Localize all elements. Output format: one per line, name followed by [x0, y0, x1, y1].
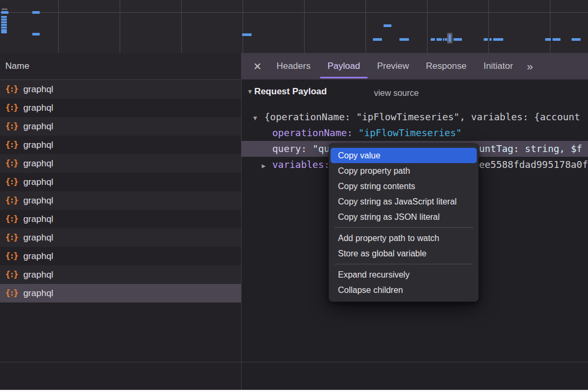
json-root-preview: {operationName: "ipFlowTimeseries", vari…	[264, 111, 580, 122]
context-menu-separator	[334, 227, 473, 228]
request-row-graphql[interactable]: {:}graphql	[0, 173, 241, 191]
json-string-value: "ipFlowTimeseries"	[359, 127, 462, 138]
collapse-triangle-icon[interactable]: ▼	[247, 88, 253, 95]
collapse-triangle-icon[interactable]: ▼	[253, 110, 261, 125]
context-menu-item-store-as-global-variable[interactable]: Store as global variable	[329, 246, 478, 261]
json-icon: {:}	[5, 270, 17, 279]
network-activity-bar	[453, 38, 462, 41]
network-activity-bar	[572, 38, 581, 41]
request-name: graphql	[23, 140, 54, 150]
request-row-graphql[interactable]: {:}graphql	[0, 247, 241, 265]
request-name: graphql	[23, 251, 54, 262]
overview-gridline	[550, 0, 550, 53]
page-background-edge	[0, 390, 588, 392]
network-activity-bar	[493, 38, 503, 41]
network-overview-timeline[interactable]	[0, 0, 588, 54]
json-icon: {:}	[5, 103, 17, 112]
tab-response[interactable]: Response	[417, 53, 475, 79]
request-list-panel: Name {:}graphql{:}graphql{:}graphql{:}gr…	[0, 53, 241, 392]
network-activity-bar	[484, 38, 488, 41]
network-activity-bar	[373, 38, 382, 41]
overview-gridline	[304, 0, 305, 53]
overview-selected-request-marker	[447, 33, 452, 43]
json-icon: {:}	[5, 252, 17, 260]
request-name: graphql	[23, 233, 54, 243]
request-name: graphql	[23, 103, 54, 113]
tab-payload[interactable]: Payload	[319, 53, 368, 79]
request-list: {:}graphql{:}graphql{:}graphql{:}graphql…	[0, 80, 241, 302]
network-activity-bar	[436, 38, 442, 41]
request-row-graphql[interactable]: {:}graphql	[0, 154, 241, 173]
network-activity-bar	[1, 31, 7, 33]
tab-headers[interactable]: Headers	[268, 53, 319, 79]
request-row-graphql[interactable]: {:}graphql	[0, 210, 241, 228]
context-menu-item-copy-value[interactable]: Copy value	[331, 148, 477, 163]
view-source-link[interactable]: view source	[374, 88, 418, 98]
context-menu-item-add-property-path-to-watch[interactable]: Add property path to watch	[329, 230, 478, 246]
json-key: query:	[272, 143, 307, 154]
tab-preview[interactable]: Preview	[369, 53, 417, 79]
overview-gridline	[366, 0, 366, 53]
json-row-operationname[interactable]: operationName: "ipFlowTimeseries"	[242, 125, 588, 141]
request-row-graphql[interactable]: {:}graphql	[0, 265, 241, 284]
context-menu-item-copy-string-contents[interactable]: Copy string contents	[329, 179, 478, 194]
status-bar-divider	[0, 362, 588, 362]
overview-gridline	[243, 0, 243, 53]
context-menu-item-copy-string-as-json-literal[interactable]: Copy string as JSON literal	[329, 209, 478, 225]
request-name: graphql	[23, 288, 54, 299]
expand-triangle-icon[interactable]: ▶	[262, 158, 269, 173]
json-icon: {:}	[5, 196, 17, 204]
network-activity-bar	[384, 24, 391, 27]
request-row-graphql[interactable]: {:}graphql	[0, 228, 241, 247]
network-activity-bar	[1, 19, 7, 21]
devtools-network-panel: Name {:}graphql{:}graphql{:}graphql{:}gr…	[0, 0, 588, 392]
json-icon: {:}	[5, 177, 17, 186]
network-activity-bar	[1, 16, 7, 18]
more-tabs-button[interactable]: »	[527, 60, 532, 73]
overview-gray-bar	[2, 8, 7, 10]
network-activity-bar	[1, 21, 7, 23]
request-row-graphql[interactable]: {:}graphql	[0, 136, 241, 154]
request-name: graphql	[23, 158, 54, 169]
json-root-row[interactable]: ▼{operationName: "ipFlowTimeseries", var…	[242, 109, 588, 125]
json-key: operationName:	[272, 127, 353, 138]
request-row-graphql[interactable]: {:}graphql	[0, 284, 241, 302]
network-activity-bar	[489, 38, 492, 41]
context-menu-item-copy-string-as-javascript-literal[interactable]: Copy string as JavaScript literal	[329, 194, 478, 209]
overview-gridline	[58, 0, 59, 53]
network-activity-bar	[443, 38, 444, 41]
request-name: graphql	[23, 177, 54, 188]
request-row-graphql[interactable]: {:}graphql	[0, 191, 241, 210]
json-icon: {:}	[5, 85, 17, 93]
request-row-graphql[interactable]: {:}graphql	[0, 99, 241, 117]
context-menu: Copy valueCopy property pathCopy string …	[328, 144, 479, 302]
request-name: graphql	[23, 121, 54, 132]
request-row-graphql[interactable]: {:}graphql	[0, 117, 241, 136]
json-icon: {:}	[5, 289, 17, 297]
context-menu-item-collapse-children[interactable]: Collapse children	[329, 282, 478, 298]
network-activity-bar	[1, 11, 8, 14]
network-activity-bar	[242, 33, 252, 36]
network-activity-bar	[545, 38, 551, 41]
network-activity-bar	[1, 24, 7, 26]
context-menu-item-copy-property-path[interactable]: Copy property path	[329, 163, 478, 179]
name-column-header[interactable]: Name	[0, 53, 241, 80]
context-menu-item-expand-recursively[interactable]: Expand recursively	[329, 267, 478, 282]
close-details-button[interactable]: ✕	[253, 61, 262, 72]
network-activity-bar	[431, 38, 435, 41]
request-row-graphql[interactable]: {:}graphql	[0, 80, 241, 99]
json-icon: {:}	[5, 233, 17, 242]
network-activity-bar	[399, 38, 409, 41]
overview-gridline	[181, 0, 182, 53]
tab-initiator[interactable]: Initiator	[475, 53, 522, 79]
network-activity-bar	[553, 38, 560, 41]
json-icon: {:}	[5, 159, 17, 167]
overview-gridline	[488, 0, 489, 53]
json-key: variables:	[272, 159, 329, 170]
request-name: graphql	[23, 84, 54, 95]
network-activity-bar	[32, 33, 40, 35]
request-payload-section-header: ▼ Request Payload	[242, 86, 327, 97]
json-icon: {:}	[5, 122, 17, 130]
network-activity-bar	[1, 26, 7, 29]
request-name: graphql	[23, 270, 54, 280]
